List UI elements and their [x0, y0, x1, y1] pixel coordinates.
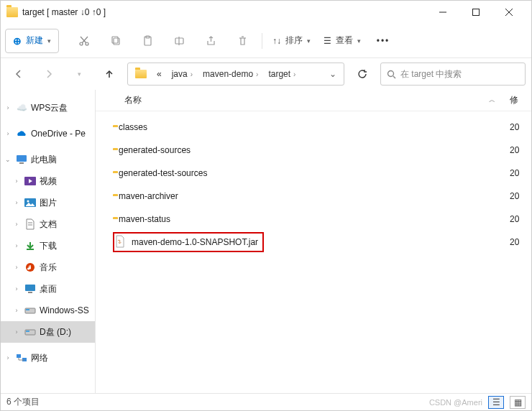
sort-icon: ↑↓ — [272, 36, 281, 46]
sidebar-item-downloads[interactable]: ›下载 — [1, 235, 95, 257]
onedrive-icon — [15, 127, 28, 140]
back-button[interactable] — [6, 62, 31, 86]
chevron-right-icon: › — [293, 70, 295, 78]
breadcrumb-item[interactable]: java › — [168, 66, 197, 82]
sidebar-item-videos[interactable]: ›视频 — [1, 170, 95, 192]
window-title: target [ master ↓0 ↑0 ] — [22, 7, 422, 17]
sidebar-item-d-drive[interactable]: ›D盘 (D:) — [1, 321, 95, 343]
sidebar-item-network[interactable]: ›网络 — [1, 347, 95, 369]
svg-rect-17 — [19, 162, 24, 164]
new-label: 新建 — [26, 34, 43, 47]
file-date: 20 — [510, 122, 531, 132]
sidebar-item-wps[interactable]: ›☁️WPS云盘 — [1, 97, 95, 119]
svg-rect-29 — [26, 309, 29, 310]
file-row[interactable]: maven-status20 — [96, 208, 531, 231]
sort-button[interactable]: ↑↓ 排序 ▾ — [267, 28, 316, 54]
cut-button[interactable] — [69, 28, 99, 54]
chevron-right-icon: › — [12, 199, 21, 206]
sidebar-item-windows-ssd[interactable]: ›Windows-SS — [1, 300, 95, 321]
file-date: 20 — [510, 237, 531, 247]
view-icon: ☰ — [324, 36, 331, 46]
copy-button[interactable] — [101, 28, 131, 54]
svg-rect-31 — [26, 331, 29, 332]
file-list: classes20generated-sources20generated-te… — [96, 111, 531, 393]
column-name[interactable]: 名称 — [96, 94, 489, 106]
sidebar-item-desktop[interactable]: ›桌面 — [1, 278, 95, 300]
video-icon — [24, 175, 37, 188]
minimize-button[interactable] — [426, 1, 459, 23]
toolbar: ⊕ 新建 ▾ ↑↓ 排序 ▾ ☰ 查看 ▾ ••• — [1, 24, 531, 58]
sidebar-item-onedrive[interactable]: ›OneDrive - Pe — [1, 123, 95, 144]
plus-icon: ⊕ — [13, 35, 22, 47]
sidebar-item-music[interactable]: ›音乐 — [1, 257, 95, 278]
search-input[interactable]: 在 target 中搜索 — [380, 63, 526, 86]
breadcrumb-item[interactable]: maven-demo › — [198, 66, 262, 82]
delete-button[interactable] — [227, 28, 257, 54]
up-button[interactable] — [97, 62, 121, 86]
pictures-icon — [24, 196, 37, 209]
cloud-icon: ☁️ — [15, 101, 28, 114]
sort-label: 排序 — [285, 34, 303, 47]
sidebar-item-documents[interactable]: ›文档 — [1, 213, 95, 235]
close-button[interactable] — [492, 1, 526, 23]
folder-icon — [6, 6, 18, 18]
recent-button[interactable]: ▾ — [67, 62, 91, 86]
file-name: classes — [119, 122, 504, 132]
chevron-right-icon: › — [12, 307, 21, 314]
file-row[interactable]: maven-archiver20 — [96, 185, 531, 208]
navigation-row: ▾ « java › maven-demo › target › ⌄ 在 tar… — [1, 58, 531, 90]
breadcrumb-prefix: « — [152, 66, 166, 82]
chevron-down-icon: ▾ — [357, 37, 361, 45]
file-pane: 名称 ︿ 修 classes20generated-sources20gener… — [96, 90, 531, 393]
rename-button[interactable] — [164, 28, 194, 54]
chevron-right-icon: › — [191, 70, 193, 78]
view-button[interactable]: ☰ 查看 ▾ — [318, 28, 367, 54]
svg-point-14 — [388, 70, 394, 76]
main: ›☁️WPS云盘 ›OneDrive - Pe ⌄此电脑 ›视频 ›图片 ›文档… — [1, 90, 531, 393]
chevron-right-icon: › — [12, 285, 21, 292]
forward-button[interactable] — [37, 62, 61, 86]
column-header: 名称 ︿ 修 — [96, 90, 531, 111]
chevron-right-icon: › — [4, 104, 12, 111]
chevron-right-icon: › — [12, 328, 21, 336]
svg-rect-1 — [473, 9, 480, 16]
paste-button[interactable] — [132, 28, 162, 54]
folder-icon — [131, 67, 151, 81]
chevron-right-icon: › — [12, 177, 21, 185]
address-dropdown[interactable]: ⌄ — [325, 69, 341, 79]
new-button[interactable]: ⊕ 新建 ▾ — [5, 29, 59, 53]
search-placeholder: 在 target 中搜索 — [400, 68, 462, 80]
share-button[interactable] — [196, 28, 226, 54]
svg-rect-26 — [25, 285, 35, 291]
file-row[interactable]: generated-test-sources20 — [96, 162, 531, 185]
chevron-right-icon: › — [12, 264, 21, 271]
svg-rect-9 — [112, 37, 118, 43]
sidebar-item-pictures[interactable]: ›图片 — [1, 192, 95, 213]
file-date: 20 — [510, 191, 531, 201]
file-row[interactable]: classes20 — [96, 116, 531, 139]
svg-rect-8 — [114, 38, 119, 45]
breadcrumb-item[interactable]: target › — [264, 66, 300, 82]
documents-icon — [24, 218, 37, 231]
details-view-button[interactable]: ☰ — [488, 396, 504, 409]
drive-icon — [24, 304, 37, 317]
file-row[interactable]: generated-sources20 — [96, 139, 531, 162]
chevron-down-icon: ▾ — [307, 37, 311, 45]
titlebar: target [ master ↓0 ↑0 ] — [1, 1, 531, 24]
search-icon — [387, 70, 396, 79]
address-bar[interactable]: « java › maven-demo › target › ⌄ — [127, 63, 344, 86]
chevron-down-icon: ⌄ — [4, 156, 12, 163]
sidebar: ›☁️WPS云盘 ›OneDrive - Pe ⌄此电脑 ›视频 ›图片 ›文档… — [1, 90, 96, 393]
chevron-right-icon: › — [12, 221, 21, 228]
thumbnails-view-button[interactable]: ▦ — [510, 396, 526, 409]
sidebar-item-pc[interactable]: ⌄此电脑 — [1, 149, 95, 170]
refresh-button[interactable] — [350, 63, 375, 85]
column-modified[interactable]: 修 — [510, 94, 531, 106]
drive-icon — [24, 325, 37, 338]
chevron-down-icon: ▾ — [47, 37, 51, 45]
file-name: maven-status — [119, 214, 504, 224]
more-button[interactable]: ••• — [368, 28, 398, 54]
maximize-button[interactable] — [459, 1, 492, 23]
file-name: maven-demo-1.0-SNAPSHOT.jar — [132, 237, 258, 247]
file-row[interactable]: maven-demo-1.0-SNAPSHOT.jar20 — [96, 231, 531, 254]
